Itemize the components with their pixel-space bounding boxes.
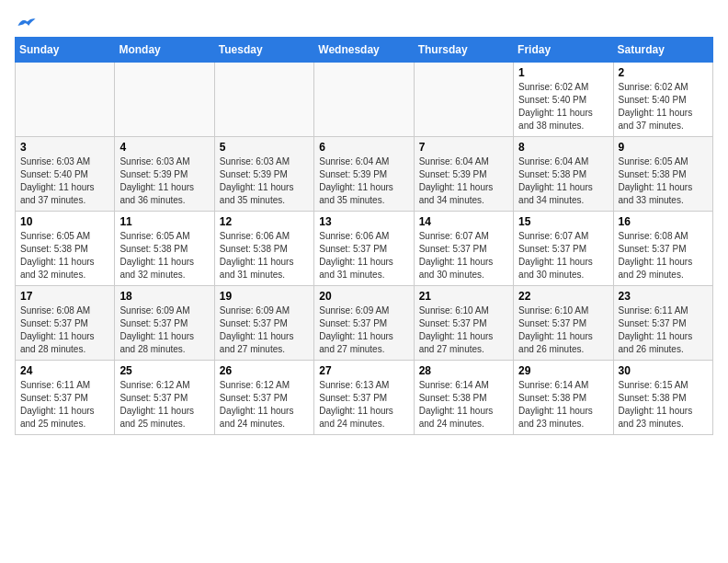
- day-of-week-header: Saturday: [613, 38, 712, 63]
- calendar-cell: 15Sunrise: 6:07 AM Sunset: 5:37 PM Dayli…: [514, 212, 613, 286]
- day-number: 17: [20, 290, 109, 303]
- calendar-cell: [414, 63, 513, 137]
- day-number: 15: [518, 215, 608, 228]
- day-info: Sunrise: 6:15 AM Sunset: 5:38 PM Dayligh…: [619, 379, 708, 431]
- day-of-week-header: Friday: [514, 38, 613, 63]
- calendar-week-row: 10Sunrise: 6:05 AM Sunset: 5:38 PM Dayli…: [16, 212, 713, 286]
- calendar-cell: [115, 63, 214, 137]
- day-number: 19: [220, 290, 309, 303]
- calendar-cell: 23Sunrise: 6:11 AM Sunset: 5:37 PM Dayli…: [613, 286, 712, 361]
- calendar-cell: 20Sunrise: 6:09 AM Sunset: 5:37 PM Dayli…: [314, 286, 414, 361]
- calendar-cell: 26Sunrise: 6:12 AM Sunset: 5:37 PM Dayli…: [214, 361, 313, 435]
- day-number: 22: [518, 290, 608, 303]
- calendar-cell: 12Sunrise: 6:06 AM Sunset: 5:38 PM Dayli…: [214, 212, 313, 286]
- day-number: 27: [319, 364, 408, 377]
- day-number: 28: [419, 364, 508, 377]
- day-info: Sunrise: 6:09 AM Sunset: 5:37 PM Dayligh…: [119, 304, 209, 356]
- day-number: 21: [419, 290, 508, 303]
- calendar-cell: 1Sunrise: 6:02 AM Sunset: 5:40 PM Daylig…: [514, 63, 613, 137]
- day-info: Sunrise: 6:06 AM Sunset: 5:37 PM Dayligh…: [319, 230, 408, 282]
- calendar-header-row: SundayMondayTuesdayWednesdayThursdayFrid…: [16, 38, 713, 63]
- day-info: Sunrise: 6:14 AM Sunset: 5:38 PM Dayligh…: [419, 379, 508, 431]
- calendar-cell: 2Sunrise: 6:02 AM Sunset: 5:40 PM Daylig…: [613, 63, 712, 137]
- calendar-cell: 6Sunrise: 6:04 AM Sunset: 5:39 PM Daylig…: [314, 137, 414, 212]
- day-info: Sunrise: 6:03 AM Sunset: 5:40 PM Dayligh…: [20, 155, 109, 207]
- calendar-cell: 13Sunrise: 6:06 AM Sunset: 5:37 PM Dayli…: [314, 212, 414, 286]
- day-info: Sunrise: 6:04 AM Sunset: 5:38 PM Dayligh…: [518, 155, 608, 207]
- calendar-cell: 29Sunrise: 6:14 AM Sunset: 5:38 PM Dayli…: [514, 361, 613, 435]
- calendar-cell: 10Sunrise: 6:05 AM Sunset: 5:38 PM Dayli…: [16, 212, 115, 286]
- calendar-cell: 25Sunrise: 6:12 AM Sunset: 5:37 PM Dayli…: [115, 361, 214, 435]
- day-number: 9: [619, 141, 708, 154]
- day-info: Sunrise: 6:03 AM Sunset: 5:39 PM Dayligh…: [119, 155, 209, 207]
- calendar-cell: [16, 63, 115, 137]
- calendar-cell: 18Sunrise: 6:09 AM Sunset: 5:37 PM Dayli…: [115, 286, 214, 361]
- day-info: Sunrise: 6:04 AM Sunset: 5:39 PM Dayligh…: [419, 155, 508, 207]
- day-info: Sunrise: 6:12 AM Sunset: 5:37 PM Dayligh…: [119, 379, 209, 431]
- calendar-cell: [314, 63, 414, 137]
- day-number: 7: [419, 141, 508, 154]
- calendar-cell: 17Sunrise: 6:08 AM Sunset: 5:37 PM Dayli…: [16, 286, 115, 361]
- day-number: 18: [119, 290, 209, 303]
- day-number: 3: [20, 141, 109, 154]
- calendar-cell: 16Sunrise: 6:08 AM Sunset: 5:37 PM Dayli…: [613, 212, 712, 286]
- day-info: Sunrise: 6:10 AM Sunset: 5:37 PM Dayligh…: [518, 304, 608, 356]
- day-number: 8: [518, 141, 608, 154]
- day-info: Sunrise: 6:08 AM Sunset: 5:37 PM Dayligh…: [619, 230, 708, 282]
- logo: [15, 15, 37, 29]
- day-of-week-header: Wednesday: [314, 38, 414, 63]
- day-number: 13: [319, 215, 408, 228]
- day-info: Sunrise: 6:07 AM Sunset: 5:37 PM Dayligh…: [419, 230, 508, 282]
- day-number: 2: [619, 66, 708, 79]
- day-info: Sunrise: 6:04 AM Sunset: 5:39 PM Dayligh…: [319, 155, 408, 207]
- day-number: 20: [319, 290, 408, 303]
- day-info: Sunrise: 6:10 AM Sunset: 5:37 PM Dayligh…: [419, 304, 508, 356]
- calendar-week-row: 24Sunrise: 6:11 AM Sunset: 5:37 PM Dayli…: [16, 361, 713, 435]
- day-number: 10: [20, 215, 109, 228]
- day-number: 26: [220, 364, 309, 377]
- day-info: Sunrise: 6:06 AM Sunset: 5:38 PM Dayligh…: [220, 230, 309, 282]
- calendar-cell: 24Sunrise: 6:11 AM Sunset: 5:37 PM Dayli…: [16, 361, 115, 435]
- calendar-cell: 21Sunrise: 6:10 AM Sunset: 5:37 PM Dayli…: [414, 286, 513, 361]
- day-info: Sunrise: 6:08 AM Sunset: 5:37 PM Dayligh…: [20, 304, 109, 356]
- day-number: 4: [119, 141, 209, 154]
- day-number: 6: [319, 141, 408, 154]
- calendar-cell: 7Sunrise: 6:04 AM Sunset: 5:39 PM Daylig…: [414, 137, 513, 212]
- day-info: Sunrise: 6:05 AM Sunset: 5:38 PM Dayligh…: [619, 155, 708, 207]
- day-info: Sunrise: 6:14 AM Sunset: 5:38 PM Dayligh…: [518, 379, 608, 431]
- calendar-week-row: 1Sunrise: 6:02 AM Sunset: 5:40 PM Daylig…: [16, 63, 713, 137]
- day-info: Sunrise: 6:11 AM Sunset: 5:37 PM Dayligh…: [619, 304, 708, 356]
- day-number: 14: [419, 215, 508, 228]
- calendar-week-row: 3Sunrise: 6:03 AM Sunset: 5:40 PM Daylig…: [16, 137, 713, 212]
- day-number: 23: [619, 290, 708, 303]
- calendar-cell: 22Sunrise: 6:10 AM Sunset: 5:37 PM Dayli…: [514, 286, 613, 361]
- day-info: Sunrise: 6:02 AM Sunset: 5:40 PM Dayligh…: [518, 81, 608, 132]
- calendar-cell: 19Sunrise: 6:09 AM Sunset: 5:37 PM Dayli…: [214, 286, 313, 361]
- calendar-cell: 3Sunrise: 6:03 AM Sunset: 5:40 PM Daylig…: [16, 137, 115, 212]
- day-number: 25: [119, 364, 209, 377]
- logo-bird-icon: [17, 15, 37, 31]
- day-number: 11: [119, 215, 209, 228]
- day-number: 5: [220, 141, 309, 154]
- day-info: Sunrise: 6:13 AM Sunset: 5:37 PM Dayligh…: [319, 379, 408, 431]
- day-info: Sunrise: 6:02 AM Sunset: 5:40 PM Dayligh…: [619, 81, 708, 132]
- day-of-week-header: Thursday: [414, 38, 513, 63]
- calendar-cell: 11Sunrise: 6:05 AM Sunset: 5:38 PM Dayli…: [115, 212, 214, 286]
- calendar-week-row: 17Sunrise: 6:08 AM Sunset: 5:37 PM Dayli…: [16, 286, 713, 361]
- day-info: Sunrise: 6:12 AM Sunset: 5:37 PM Dayligh…: [220, 379, 309, 431]
- calendar-cell: 28Sunrise: 6:14 AM Sunset: 5:38 PM Dayli…: [414, 361, 513, 435]
- day-of-week-header: Sunday: [16, 38, 115, 63]
- day-number: 12: [220, 215, 309, 228]
- day-number: 16: [619, 215, 708, 228]
- calendar-cell: 8Sunrise: 6:04 AM Sunset: 5:38 PM Daylig…: [514, 137, 613, 212]
- calendar-cell: 4Sunrise: 6:03 AM Sunset: 5:39 PM Daylig…: [115, 137, 214, 212]
- calendar-table: SundayMondayTuesdayWednesdayThursdayFrid…: [15, 37, 713, 435]
- calendar-cell: 27Sunrise: 6:13 AM Sunset: 5:37 PM Dayli…: [314, 361, 414, 435]
- day-number: 24: [20, 364, 109, 377]
- day-of-week-header: Tuesday: [214, 38, 313, 63]
- calendar-cell: 14Sunrise: 6:07 AM Sunset: 5:37 PM Dayli…: [414, 212, 513, 286]
- day-info: Sunrise: 6:03 AM Sunset: 5:39 PM Dayligh…: [220, 155, 309, 207]
- day-number: 30: [619, 364, 708, 377]
- calendar-cell: 5Sunrise: 6:03 AM Sunset: 5:39 PM Daylig…: [214, 137, 313, 212]
- day-info: Sunrise: 6:05 AM Sunset: 5:38 PM Dayligh…: [20, 230, 109, 282]
